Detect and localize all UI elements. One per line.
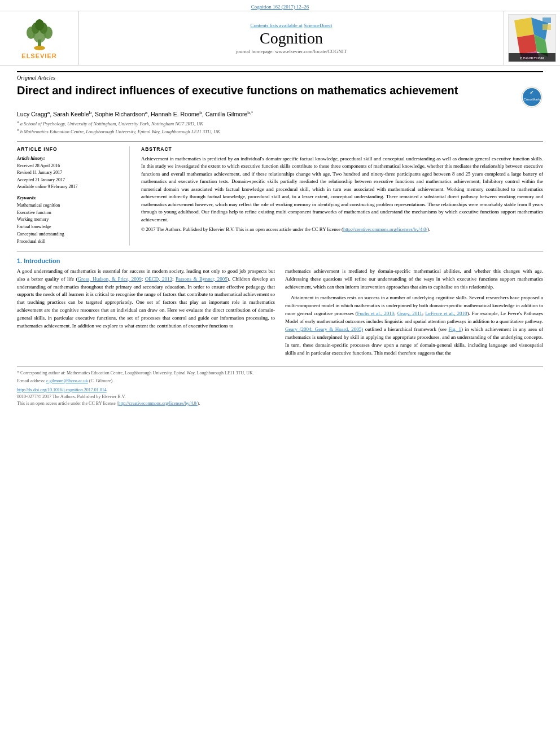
title-row: Direct and indirect influences of execut… xyxy=(17,83,543,110)
article-info-abstract: ARTICLE INFO Article history: Received 2… xyxy=(17,141,543,246)
license-link[interactable]: http://creativecommons.org/licenses/by/4… xyxy=(343,226,427,232)
cognition-logo-container: COGNITION xyxy=(504,11,560,65)
article-title: Direct and indirect influences of execut… xyxy=(17,83,515,98)
contents-available-line: Contents lists available at ScienceDirec… xyxy=(251,23,333,28)
article-history: Article history: Received 28 April 2016 … xyxy=(17,155,123,190)
page-footer: * Corresponding author at: Mathematics E… xyxy=(17,366,543,407)
keyword-1: Mathematical cognition xyxy=(17,202,123,209)
affiliation-a: a a School of Psychology, University of … xyxy=(17,121,203,126)
header-center: Contents lists available at ScienceDirec… xyxy=(79,11,504,65)
ref-oecd-2013[interactable]: OECD, 2013 xyxy=(145,276,172,282)
doi-link[interactable]: http://dx.doi.org/10.1016/j.cognition.20… xyxy=(17,387,107,392)
article-info-heading: ARTICLE INFO xyxy=(17,146,123,152)
received-date: Received 28 April 2016 xyxy=(17,163,123,169)
cognition-visual: COGNITION xyxy=(508,14,556,62)
crossmark-container: ✓ CrossMark xyxy=(520,86,543,110)
introduction-section: 1. Introduction A good understanding of … xyxy=(0,257,560,361)
article-type: Original Articles xyxy=(17,71,543,81)
abstract-license: © 2017 The Authors. Published by Elsevie… xyxy=(141,226,543,233)
article-section: Original Articles Direct and indirect in… xyxy=(0,65,560,246)
journal-homepage: journal homepage: www.elsevier.com/locat… xyxy=(236,49,347,54)
affiliation-b: b b Mathematics Education Centre, Loughb… xyxy=(17,129,220,134)
abstract-paragraph: Achievement in mathematics is predicted … xyxy=(141,155,543,224)
svg-text:CrossMark: CrossMark xyxy=(523,98,540,101)
accepted-date: Accepted 21 January 2017 xyxy=(17,177,123,183)
intro-para-3: Attainment in mathematics rests on succe… xyxy=(285,294,543,357)
keyword-3: Working memory xyxy=(17,216,123,224)
intro-title: 1. Introduction xyxy=(17,257,543,264)
svg-text:✓: ✓ xyxy=(530,90,534,95)
keyword-4: Factual knowledge xyxy=(17,224,123,231)
history-label: Article history: xyxy=(17,155,123,161)
ref-fuchs-2010[interactable]: Fuchs et al., 2010 xyxy=(357,311,395,316)
ref-geary-2004[interactable]: Geary (2004; Geary & Hoard, 2005) xyxy=(285,326,363,332)
keyword-5: Conceptual understanding xyxy=(17,231,123,238)
elsevier-brand-text: ELSEVIER xyxy=(14,53,65,59)
abstract-col: ABSTRACT Achievement in mathematics is p… xyxy=(141,146,543,246)
journal-ref: Cognition 162 (2017) 12–26 xyxy=(251,4,309,10)
svg-marker-10 xyxy=(514,18,534,37)
author-sophie-richardson: Sophie Richardsona xyxy=(95,111,147,117)
keyword-2: Executive function xyxy=(17,209,123,217)
author-camilla-gilmore: Camilla Gilmoreb,* xyxy=(205,111,253,117)
footer-issn: 0010-0277/© 2017 The Authors. Published … xyxy=(17,394,543,400)
ref-lefevre-2010[interactable]: LeFevre et al., 2010 xyxy=(425,311,467,316)
top-bar: Cognition 162 (2017) 12–26 xyxy=(0,0,560,11)
contents-available-text: Contents lists available at xyxy=(251,23,303,28)
intro-para-2: mathematics achievement is mediated by d… xyxy=(285,268,543,291)
author-sarah-keeble: Sarah Keebleb xyxy=(53,111,91,117)
footnote-email: E-mail address: c.gilmore@lboro.ac.uk (C… xyxy=(17,378,543,385)
svg-marker-12 xyxy=(517,34,537,54)
elsevier-tree-icon xyxy=(14,17,65,51)
keywords-label: Keywords: xyxy=(17,195,123,200)
svg-rect-8 xyxy=(36,46,43,50)
author-email[interactable]: c.gilmore@lboro.ac.uk xyxy=(46,378,88,383)
intro-para-1: A good understanding of mathematics is e… xyxy=(17,268,275,331)
ref-gross-2009[interactable]: Gross, Hudson, & Price, 2009 xyxy=(77,276,141,282)
author-lucy-cragg: Lucy Cragga xyxy=(17,111,50,117)
article-info-col: ARTICLE INFO Article history: Received 2… xyxy=(17,146,130,246)
science-direct-link[interactable]: ScienceDirect xyxy=(304,23,332,28)
abstract-text: Achievement in mathematics is predicted … xyxy=(141,155,543,233)
intro-body: A good understanding of mathematics is e… xyxy=(17,268,543,361)
cognition-text-overlay: COGNITION xyxy=(520,56,544,60)
header-section: ELSEVIER Contents lists available at Sci… xyxy=(0,11,560,65)
elsevier-logo-container: ELSEVIER xyxy=(0,11,79,65)
svg-rect-16 xyxy=(542,24,551,30)
keyword-6: Procedural skill xyxy=(17,238,123,246)
svg-point-6 xyxy=(35,19,44,30)
authors-line: Lucy Cragga, Sarah Keebleb, Sophie Richa… xyxy=(17,110,543,117)
keywords-section: Keywords: Mathematical cognition Executi… xyxy=(17,195,123,246)
ref-geary-2011[interactable]: Geary, 2011 xyxy=(397,311,422,316)
intro-col-right: mathematics achievement is mediated by d… xyxy=(285,268,543,361)
ref-fig1[interactable]: Fig. 1 xyxy=(449,326,461,332)
abstract-heading: ABSTRACT xyxy=(141,146,543,152)
intro-col-left: A good understanding of mathematics is e… xyxy=(17,268,275,361)
footer-doi-block: http://dx.doi.org/10.1016/j.cognition.20… xyxy=(17,387,543,394)
svg-rect-15 xyxy=(542,18,551,23)
crossmark-icon: ✓ CrossMark xyxy=(520,86,543,108)
ref-parsons-2005[interactable]: Parsons & Bynner, 2005 xyxy=(176,276,228,282)
footnote-corresponding: * Corresponding author at: Mathematics E… xyxy=(17,370,543,377)
section-divider xyxy=(17,251,543,252)
author-hannah-roome: Hannah E. Roomeb xyxy=(151,111,202,117)
affiliations: a a School of Psychology, University of … xyxy=(17,120,543,136)
footer-open-access: This is an open access article under the… xyxy=(17,400,543,407)
revised-date: Revised 11 January 2017 xyxy=(17,169,123,176)
elsevier-logo: ELSEVIER xyxy=(14,17,65,59)
available-date: Available online 9 February 2017 xyxy=(17,184,123,190)
journal-title: Cognition xyxy=(260,29,323,47)
oa-link[interactable]: http://creativecommons.org/licenses/by/4… xyxy=(118,401,197,406)
